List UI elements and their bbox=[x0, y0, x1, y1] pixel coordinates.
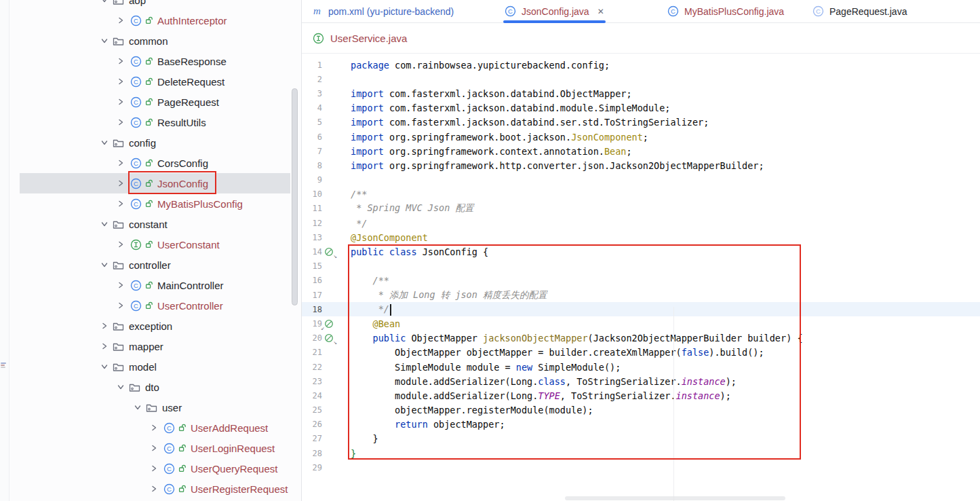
tree-item-user[interactable]: user bbox=[9, 397, 301, 418]
editor-horizontal-scrollbar[interactable] bbox=[565, 496, 785, 500]
code-line-3[interactable]: 3import com.fasterxml.jackson.databind.O… bbox=[302, 86, 980, 100]
spring-bean-gutter-icon[interactable]: ↘ bbox=[322, 333, 336, 343]
tree-item-UserLoginRequest[interactable]: C UserLoginRequest bbox=[9, 438, 301, 458]
breadcrumb-file[interactable]: UserService.java bbox=[330, 33, 407, 44]
code-line-9[interactable]: 9 bbox=[302, 173, 980, 187]
tree-item-constant[interactable]: constant bbox=[9, 214, 301, 234]
tree-item-aop[interactable]: aop bbox=[9, 0, 301, 10]
chevron-down-icon[interactable] bbox=[99, 35, 110, 46]
tree-item-UserQueryRequest[interactable]: C UserQueryRequest bbox=[9, 458, 301, 479]
code-token: com.fasterxml.jackson.databind.module.Si… bbox=[384, 103, 671, 113]
tree-item-PageRequest[interactable]: C PageRequest bbox=[9, 92, 301, 112]
code-line-4[interactable]: 4import com.fasterxml.jackson.databind.m… bbox=[302, 101, 980, 115]
tree-item-exception[interactable]: exception bbox=[9, 316, 301, 336]
line-number: 16 bbox=[302, 276, 322, 285]
chevron-down-icon[interactable] bbox=[99, 0, 110, 5]
class-icon: C bbox=[130, 15, 142, 26]
code-token: com.fasterxml.jackson.databind.ser.std.T… bbox=[384, 117, 709, 128]
tree-item-label: MyBatisPlusConfig bbox=[157, 198, 243, 210]
chevron-right-icon[interactable] bbox=[149, 422, 159, 433]
chevron-down-icon[interactable] bbox=[115, 382, 126, 392]
code-line-7[interactable]: 7import org.springframework.context.anno… bbox=[302, 144, 980, 158]
code-token: * Spring MVC Json 配置 bbox=[351, 202, 473, 213]
tree-item-common[interactable]: common bbox=[9, 31, 301, 51]
code-line-1[interactable]: 1package com.rainbowsea.yupicturebackend… bbox=[302, 58, 980, 72]
code-line-5[interactable]: 5import com.fasterxml.jackson.databind.s… bbox=[302, 115, 980, 130]
class-icon: C bbox=[163, 483, 175, 495]
chevron-right-icon[interactable] bbox=[115, 300, 126, 311]
chevron-right-icon[interactable] bbox=[149, 463, 159, 474]
code-line-6[interactable]: 6import org.springframework.boot.jackson… bbox=[302, 130, 980, 144]
tree-item-UserAddRequest[interactable]: C UserAddRequest bbox=[9, 418, 301, 438]
chevron-right-icon[interactable] bbox=[115, 157, 126, 168]
visibility-lock-icon bbox=[145, 57, 153, 65]
chevron-right-icon[interactable] bbox=[115, 76, 126, 87]
code-line-2[interactable]: 2 bbox=[302, 72, 980, 86]
chevron-right-icon[interactable] bbox=[115, 117, 126, 128]
svg-text:C: C bbox=[134, 17, 138, 24]
tree-item-DeleteRequest[interactable]: C DeleteRequest bbox=[9, 71, 301, 92]
chevron-right-icon[interactable] bbox=[115, 56, 126, 67]
tab-JsonConfig.java[interactable]: CJsonConfig.java✕ bbox=[499, 0, 610, 22]
tree-item-config[interactable]: config bbox=[9, 132, 301, 153]
chevron-right-icon[interactable] bbox=[99, 320, 110, 331]
chevron-right-icon[interactable] bbox=[115, 15, 126, 26]
tree-item-label: CorsConfig bbox=[157, 157, 208, 169]
code-line-13[interactable]: 13@JsonComponent bbox=[302, 230, 980, 244]
code-line-8[interactable]: 8import org.springframework.http.convert… bbox=[302, 158, 980, 172]
tab-MyBatisPlusConfig.java[interactable]: CMyBatisPlusConfig.java bbox=[662, 0, 789, 22]
visibility-lock-icon bbox=[145, 240, 153, 248]
tree-item-MainController[interactable]: C MainController bbox=[9, 275, 301, 295]
line-number: 12 bbox=[302, 219, 322, 228]
spring-bean-gutter-icon[interactable]: ↘ bbox=[322, 247, 336, 257]
class-icon: C bbox=[130, 117, 142, 128]
spring-bean-gutter-icon[interactable]: ↙ bbox=[322, 319, 336, 329]
folder-icon bbox=[113, 321, 124, 331]
chevron-right-icon[interactable] bbox=[115, 239, 126, 250]
svg-text:C: C bbox=[167, 424, 172, 432]
chevron-right-icon[interactable] bbox=[99, 341, 110, 352]
chevron-right-icon[interactable] bbox=[115, 280, 126, 291]
tree-item-CorsConfig[interactable]: C CorsConfig bbox=[9, 153, 301, 173]
chevron-right-icon[interactable] bbox=[149, 483, 159, 494]
code-text: * Spring MVC Json 配置 bbox=[336, 202, 473, 215]
line-number: 4 bbox=[302, 103, 322, 113]
tree-item-AuthInterceptor[interactable]: C AuthInterceptor bbox=[9, 10, 301, 31]
line-number: 7 bbox=[302, 147, 322, 156]
tab-PageRequest.java[interactable]: CPageRequest.java bbox=[807, 0, 912, 22]
chevron-down-icon[interactable] bbox=[99, 361, 110, 372]
tree-item-label: constant bbox=[129, 219, 168, 230]
tree-item-UserController[interactable]: C UserController bbox=[9, 295, 301, 316]
tree-item-BaseResponse[interactable]: C BaseResponse bbox=[9, 51, 301, 71]
tree-item-MyBatisPlusConfig[interactable]: C MyBatisPlusConfig bbox=[9, 193, 301, 214]
project-tree-scrollbar[interactable] bbox=[292, 88, 298, 305]
chevron-right-icon[interactable] bbox=[115, 96, 126, 107]
tree-item-ResultUtils[interactable]: C ResultUtils bbox=[9, 112, 301, 132]
code-line-12[interactable]: 12 */ bbox=[302, 216, 980, 230]
tree-item-mapper[interactable]: mapper bbox=[9, 336, 301, 356]
chevron-down-icon[interactable] bbox=[132, 402, 143, 413]
chevron-right-icon[interactable] bbox=[115, 198, 126, 209]
tool-window-stripe-icon[interactable] bbox=[1, 362, 7, 369]
code-line-11[interactable]: 11 * Spring MVC Json 配置 bbox=[302, 202, 980, 216]
svg-text:C: C bbox=[134, 160, 138, 167]
code-line-10[interactable]: 10/** bbox=[302, 187, 980, 202]
svg-text:C: C bbox=[134, 200, 138, 208]
tree-item-model[interactable]: model bbox=[9, 356, 301, 377]
tree-item-UserConstant[interactable]: UserConstant bbox=[9, 234, 301, 255]
code-line-29[interactable]: 29 bbox=[302, 460, 980, 475]
folder-icon bbox=[113, 36, 124, 46]
line-number: 18 bbox=[302, 305, 322, 314]
tree-item-controller[interactable]: controller bbox=[9, 255, 301, 275]
chevron-down-icon[interactable] bbox=[99, 259, 110, 270]
tab-pom.xml[interactable]: mpom.xml (yu-picture-backend) bbox=[306, 0, 459, 22]
chevron-down-icon[interactable] bbox=[99, 219, 110, 229]
svg-text:C: C bbox=[816, 7, 821, 15]
chevron-down-icon[interactable] bbox=[99, 137, 110, 148]
close-icon[interactable]: ✕ bbox=[597, 7, 604, 16]
code-text: import org.springframework.boot.jackson.… bbox=[336, 132, 648, 143]
tree-item-dto[interactable]: dto bbox=[9, 377, 301, 397]
tree-item-UserRegisterRequest[interactable]: C UserRegisterRequest bbox=[9, 479, 301, 499]
chevron-right-icon[interactable] bbox=[149, 443, 159, 453]
chevron-right-icon[interactable] bbox=[115, 178, 126, 189]
